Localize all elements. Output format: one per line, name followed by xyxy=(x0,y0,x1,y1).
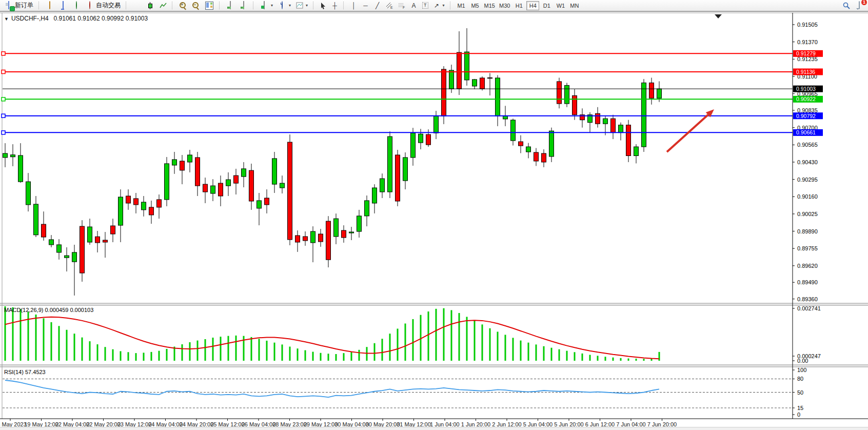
equidistant-channel-icon: E xyxy=(386,2,393,9)
svg-text:0.91279: 0.91279 xyxy=(796,50,816,56)
timeframe-w1[interactable]: W1 xyxy=(554,1,567,10)
status-strip xyxy=(0,427,868,430)
separator xyxy=(253,2,255,9)
chevron-down-icon: ▾ xyxy=(271,3,273,8)
vertical-line-button[interactable]: │ xyxy=(348,1,359,11)
svg-text:0: 0 xyxy=(797,412,800,418)
search-icon xyxy=(843,2,850,9)
candlestick-chart-button[interactable] xyxy=(144,1,156,11)
text-label-button[interactable]: T xyxy=(420,1,430,11)
tile-windows-icon xyxy=(205,2,213,10)
svg-text:0.00: 0.00 xyxy=(797,358,808,364)
separator xyxy=(38,2,41,9)
separator xyxy=(313,2,315,9)
arrows-dropdown[interactable]: ↗▾ xyxy=(431,1,447,11)
cursor-icon xyxy=(320,2,326,9)
timeframe-m15[interactable]: M15 xyxy=(483,1,497,10)
trendline-button[interactable]: ╱ xyxy=(372,1,383,11)
svg-text:E: E xyxy=(390,6,393,9)
crosshair-icon: ┼ xyxy=(331,2,338,9)
equidistant-channel-button[interactable]: E xyxy=(384,1,395,11)
cursor-button[interactable] xyxy=(318,1,328,11)
timeframe-d1[interactable]: D1 xyxy=(540,1,553,10)
new-order-button[interactable]: 新订单 xyxy=(3,1,35,11)
svg-text:0.90160: 0.90160 xyxy=(797,193,818,200)
notifications-button[interactable]: 1 xyxy=(853,1,865,11)
zoom-out-icon: − xyxy=(192,2,199,9)
svg-text:0.90025: 0.90025 xyxy=(797,211,818,217)
zoom-out-button[interactable]: − xyxy=(190,1,202,11)
svg-text:0.90295: 0.90295 xyxy=(797,177,818,183)
autotrading-button[interactable]: 自动交易 xyxy=(84,1,123,11)
separator xyxy=(343,2,345,9)
tile-windows-button[interactable] xyxy=(203,1,216,11)
horizontal-line-button[interactable]: ─ xyxy=(360,1,371,11)
separator xyxy=(172,2,174,9)
svg-text:0.89360: 0.89360 xyxy=(797,296,818,302)
indicators-icon xyxy=(264,1,265,9)
market-button[interactable] xyxy=(44,1,56,11)
chevron-down-icon: ▾ xyxy=(289,3,291,8)
timeframe-m1[interactable]: M1 xyxy=(455,1,468,10)
svg-text:0.89890: 0.89890 xyxy=(797,228,818,234)
text-label-icon: T xyxy=(422,2,428,9)
line-chart-button[interactable] xyxy=(157,1,169,11)
separator xyxy=(219,2,221,9)
crosshair-button[interactable]: ┼ xyxy=(329,1,340,11)
autotrading-icon xyxy=(89,1,90,9)
text-button[interactable]: A xyxy=(408,1,419,11)
svg-text:0.91136: 0.91136 xyxy=(796,69,815,75)
line-chart-icon xyxy=(160,2,167,9)
zoom-in-button[interactable]: + xyxy=(177,1,189,11)
candlestick-icon xyxy=(147,2,154,9)
metaeditor-button[interactable] xyxy=(57,1,69,11)
svg-text:0.90565: 0.90565 xyxy=(797,142,818,148)
timeframe-mn[interactable]: MN xyxy=(568,1,581,10)
indicators-dropdown[interactable]: ▾ xyxy=(258,1,275,11)
monitor-icon xyxy=(63,1,64,9)
chart-shift-button[interactable] xyxy=(238,1,250,11)
svg-text:50: 50 xyxy=(797,389,803,396)
periods-dropdown[interactable]: ▾ xyxy=(276,1,293,11)
svg-text:100: 100 xyxy=(797,367,806,373)
fibonacci-button[interactable]: F xyxy=(396,1,407,11)
svg-text:0.89620: 0.89620 xyxy=(797,263,818,269)
svg-text:0.91505: 0.91505 xyxy=(797,22,818,28)
svg-text:0.89755: 0.89755 xyxy=(797,245,818,251)
svg-text:0.90661: 0.90661 xyxy=(796,129,816,135)
separator xyxy=(450,2,452,9)
text-icon: A xyxy=(410,2,417,9)
auto-scroll-button[interactable] xyxy=(224,1,236,11)
zoom-in-icon: + xyxy=(180,2,186,9)
svg-text:F: F xyxy=(403,6,405,9)
bar-chart-button[interactable] xyxy=(131,1,143,11)
chart-canvas[interactable]: 0.915050.913700.912350.911000.909650.908… xyxy=(0,12,868,430)
fibonacci-icon: F xyxy=(398,2,405,9)
auto-scroll-icon xyxy=(230,1,231,9)
separator xyxy=(126,2,128,9)
svg-text:0.91003: 0.91003 xyxy=(796,86,816,92)
svg-text:0.91235: 0.91235 xyxy=(797,56,818,62)
chat-bubble-icon xyxy=(859,1,860,9)
timeframe-h1[interactable]: H1 xyxy=(512,1,525,10)
chart-shift-icon xyxy=(243,1,244,9)
main-toolbar: 新订单 自动交易 + − ▾ ▾ ▾ ┼ │ ─ ╱ E F A T ↗▾ M1… xyxy=(0,0,868,11)
chevron-down-icon: ▾ xyxy=(306,3,308,8)
horizontal-line-icon: ─ xyxy=(362,2,369,9)
timeframe-m5[interactable]: M5 xyxy=(469,1,482,10)
timeframe-m30[interactable]: M30 xyxy=(498,1,511,10)
new-order-icon xyxy=(8,1,9,9)
svg-text:15: 15 xyxy=(797,405,803,411)
signal-icon xyxy=(76,1,77,9)
search-button[interactable] xyxy=(841,1,852,11)
new-order-label: 新订单 xyxy=(15,1,33,10)
templates-icon xyxy=(296,2,303,9)
chevron-down-icon: ▾ xyxy=(443,3,445,8)
timeframe-h4[interactable]: H4 xyxy=(526,1,539,10)
arrows-icon: ↗ xyxy=(433,2,440,9)
autotrading-label: 自动交易 xyxy=(96,1,121,10)
notification-badge: 1 xyxy=(861,0,867,5)
signals-button[interactable] xyxy=(70,1,83,11)
chart-window: 0.915050.913700.912350.911000.909650.908… xyxy=(0,11,868,430)
templates-dropdown[interactable]: ▾ xyxy=(294,1,310,11)
